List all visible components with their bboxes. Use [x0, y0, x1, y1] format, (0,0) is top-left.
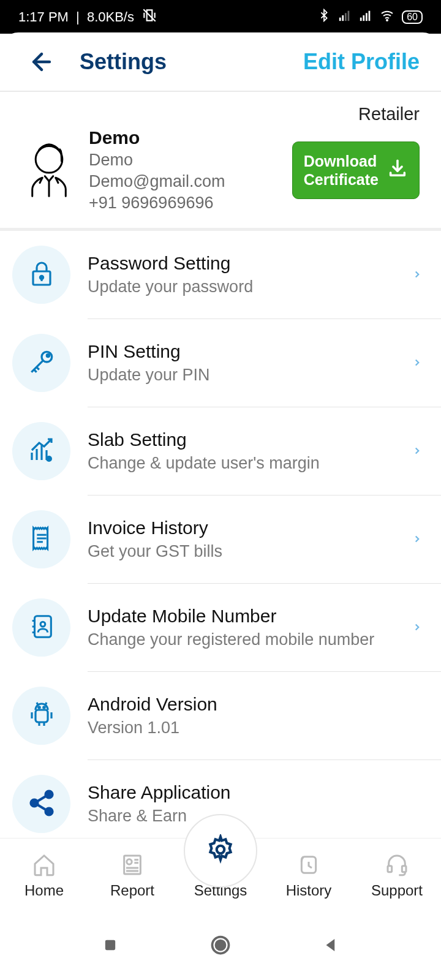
sys-recent-button[interactable]: [98, 933, 123, 957]
item-title: Invoice History: [88, 518, 405, 538]
svg-rect-17: [36, 710, 48, 722]
item-sub: Share & Earn: [88, 807, 423, 826]
app-frame: Settings Edit Profile Retailer Demo: [0, 32, 441, 911]
svg-rect-28: [402, 865, 406, 872]
profile-email: Demo@gmail.com: [89, 172, 280, 191]
bluetooth-icon: [317, 9, 331, 26]
svg-point-19: [43, 706, 44, 707]
profile-section: Retailer Demo Demo Demo@gmail.com +9: [0, 92, 441, 231]
nav-home[interactable]: Home: [0, 839, 88, 911]
download-certificate-button[interactable]: Download Certificate: [292, 141, 420, 199]
svg-point-14: [46, 456, 52, 462]
chevron-right-icon: [412, 443, 423, 460]
item-title: Share Application: [88, 782, 423, 803]
invoice-icon: [28, 524, 56, 555]
item-title: PIN Setting: [88, 341, 405, 362]
item-slab-setting[interactable]: Slab Setting Change & update user's marg…: [0, 407, 441, 495]
item-pin-setting[interactable]: PIN Setting Update your PIN: [0, 319, 441, 407]
svg-rect-4: [360, 17, 362, 20]
nav-label: Report: [110, 882, 154, 899]
nav-history[interactable]: History: [265, 839, 353, 911]
nav-label: Support: [371, 882, 423, 899]
svg-rect-27: [388, 865, 392, 872]
status-time: 1:17 PM: [18, 9, 69, 25]
signal-icon-1: [338, 9, 352, 26]
item-password-setting[interactable]: Password Setting Update your password: [0, 231, 441, 318]
settings-list: Password Setting Update your password PI…: [0, 231, 441, 838]
svg-rect-1: [342, 15, 344, 21]
profile-name: Demo: [89, 127, 280, 148]
header: Settings Edit Profile: [0, 32, 441, 92]
sys-home-button[interactable]: [208, 933, 233, 957]
status-bar: 1:17 PM | 8.0KB/s 60: [0, 0, 441, 34]
role-label: Retailer: [21, 104, 420, 124]
share-icon: [27, 788, 56, 820]
svg-point-11: [40, 276, 43, 279]
item-sub: Get your GST bills: [88, 542, 405, 561]
svg-point-23: [217, 846, 225, 854]
chevron-right-icon: [412, 619, 423, 636]
lock-icon: [27, 259, 56, 291]
nav-support[interactable]: Support: [353, 839, 441, 911]
svg-rect-7: [369, 10, 371, 20]
bottom-nav: Home Report Settings History Support: [0, 838, 441, 911]
svg-rect-29: [105, 940, 115, 950]
key-icon: [26, 347, 57, 380]
chevron-right-icon: [412, 266, 423, 284]
item-title: Update Mobile Number: [88, 606, 405, 627]
nav-report[interactable]: Report: [88, 839, 176, 911]
item-sub: Change your registered mobile number: [88, 630, 405, 649]
headset-icon: [383, 851, 410, 878]
chart-up-icon: [27, 435, 56, 467]
item-sub: Version 1.01: [88, 718, 423, 737]
item-update-mobile[interactable]: Update Mobile Number Change your registe…: [0, 584, 441, 671]
item-title: Password Setting: [88, 253, 405, 274]
item-title: Android Version: [88, 694, 423, 715]
status-net-speed: 8.0KB/s: [87, 9, 134, 25]
gear-icon: [205, 834, 236, 867]
svg-rect-2: [345, 13, 347, 21]
nav-label: Home: [24, 882, 64, 899]
download-line1: Download: [304, 152, 379, 170]
report-icon: [119, 851, 146, 878]
wifi-icon: [380, 8, 394, 26]
item-title: Slab Setting: [88, 429, 405, 450]
vibrate-off-icon: [141, 7, 157, 27]
chevron-right-icon: [412, 355, 423, 372]
item-android-version[interactable]: Android Version Version 1.01: [0, 672, 441, 760]
profile-phone: +91 9696969696: [89, 194, 280, 213]
android-icon: [27, 700, 56, 732]
item-sub: Update your PIN: [88, 366, 405, 385]
item-invoice-history[interactable]: Invoice History Get your GST bills: [0, 496, 441, 583]
profile-company: Demo: [89, 151, 280, 170]
nav-label: History: [286, 882, 332, 899]
system-nav-bar: [0, 911, 441, 979]
svg-rect-3: [348, 10, 350, 20]
home-icon: [31, 851, 58, 878]
back-button[interactable]: [28, 48, 55, 75]
svg-rect-6: [366, 13, 368, 21]
svg-point-18: [38, 706, 39, 707]
download-icon: [387, 158, 408, 183]
contact-book-icon: [28, 612, 56, 643]
chevron-right-icon: [412, 531, 423, 548]
history-icon: [295, 851, 322, 878]
download-line2: Certificate: [304, 170, 379, 189]
svg-rect-0: [339, 17, 341, 20]
signal-icon-2: [359, 9, 372, 26]
edit-profile-link[interactable]: Edit Profile: [303, 49, 420, 75]
svg-point-16: [40, 622, 45, 627]
svg-point-25: [127, 859, 132, 864]
item-sub: Change & update user's margin: [88, 454, 405, 473]
item-sub: Update your password: [88, 277, 405, 296]
avatar-icon: [21, 143, 77, 198]
nav-center-bump: [184, 814, 257, 888]
page-title: Settings: [80, 49, 303, 75]
sys-back-button[interactable]: [318, 933, 343, 957]
svg-point-31: [216, 941, 225, 950]
svg-point-8: [386, 20, 388, 21]
svg-point-13: [47, 354, 49, 356]
svg-rect-5: [363, 15, 365, 21]
battery-icon: 60: [402, 10, 423, 24]
